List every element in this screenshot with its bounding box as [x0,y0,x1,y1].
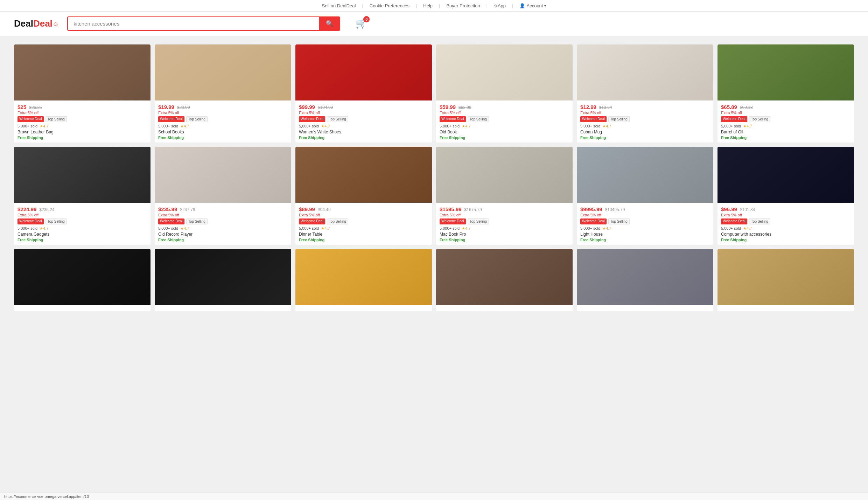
badge-topselling: Top Selling [608,116,630,122]
extra-off: Extra 5% off [580,111,710,115]
badge-row: Welcome Deal Top Selling [580,116,710,122]
search-bar: kitchen accessories 🔍 [67,16,340,31]
product-card[interactable]: $99.99 $104.99 Extra 5% off Welcome Deal… [295,44,432,143]
star-rating: ★4.7 [602,124,611,128]
product-name: Old Book [440,130,569,134]
product-image [14,147,150,203]
product-info: $99.99 $104.99 Extra 5% off Welcome Deal… [295,100,432,143]
price-row: $89.99 $94.49 [299,206,428,212]
cart-button[interactable]: 🛒 0 [356,18,367,29]
help-link[interactable]: Help [423,3,433,8]
product-card[interactable] [295,249,432,311]
product-card[interactable]: $19.99 $20.99 Extra 5% off Welcome Deal … [155,44,291,143]
badge-topselling: Top Selling [327,116,348,122]
top-navigation: Sell on DealDeal | Cookie Preferences | … [0,0,868,12]
app-icon: ⎋ [494,3,497,8]
extra-off: Extra 5% off [299,213,428,217]
product-card[interactable] [436,249,573,311]
price-original: $236.24 [39,207,54,212]
svg-rect-2 [295,44,432,100]
product-card[interactable]: $65.89 $69.18 Extra 5% off Welcome Deal … [718,44,854,143]
price-original: $94.49 [318,207,331,212]
badge-welcome: Welcome Deal [721,116,747,122]
badge-welcome: Welcome Deal [158,218,184,224]
badge-row: Welcome Deal Top Selling [721,218,850,224]
price-original: $1675.79 [464,207,482,212]
product-card[interactable]: $59.99 $62.99 Extra 5% off Welcome Deal … [436,44,573,143]
product-image [718,147,854,203]
product-card[interactable]: $9995.99 $10495.79 Extra 5% off Welcome … [577,147,713,245]
product-card[interactable]: $12.99 $13.64 Extra 5% off Welcome Deal … [577,44,713,143]
logo-text-deal: Deal [14,18,33,29]
badge-topselling: Top Selling [46,116,67,122]
svg-rect-12 [14,249,150,305]
product-image [14,249,150,305]
product-card[interactable]: $235.99 $247.79 Extra 5% off Welcome Dea… [155,147,291,245]
product-card[interactable]: $1595.99 $1675.79 Extra 5% off Welcome D… [436,147,573,245]
badge-topselling: Top Selling [468,218,489,224]
chevron-down-icon: ▾ [544,4,546,8]
search-button[interactable]: 🔍 [319,16,340,31]
badge-topselling: Top Selling [749,218,770,224]
divider3: | [439,3,440,8]
free-shipping: Free Shipping [580,136,710,140]
product-card[interactable] [155,249,291,311]
svg-rect-11 [718,147,854,203]
logo-text-deal2: Deal [33,18,52,29]
badge-row: Welcome Deal Top Selling [440,116,569,122]
sell-link[interactable]: Sell on DealDeal [322,3,356,8]
star-rating: ★4.7 [321,226,330,230]
badge-welcome: Welcome Deal [299,218,325,224]
search-icon: 🔍 [326,20,333,27]
product-card[interactable]: $25 $26.25 Extra 5% off Welcome Deal Top… [14,44,150,143]
star-rating: ★4.7 [743,124,752,128]
sold-rating: 5,000+ sold ★4.7 [18,226,147,231]
buyer-protection-link[interactable]: Buyer Protection [446,3,480,8]
price-row: $19.99 $20.99 [158,104,288,110]
account-menu[interactable]: 👤 Account ▾ [519,3,546,8]
product-card[interactable]: $89.99 $94.49 Extra 5% off Welcome Deal … [295,147,432,245]
badge-welcome: Welcome Deal [580,218,607,224]
extra-off: Extra 5% off [158,111,288,115]
product-info: $12.99 $13.64 Extra 5% off Welcome Deal … [577,100,713,143]
price-original: $247.79 [180,207,195,212]
product-image [718,44,854,100]
product-card[interactable]: $224.99 $236.24 Extra 5% off Welcome Dea… [14,147,150,245]
free-shipping: Free Shipping [580,238,710,242]
logo[interactable]: DealDeal☺ [14,18,59,29]
extra-off: Extra 5% off [440,111,569,115]
badge-row: Welcome Deal Top Selling [158,218,288,224]
app-link[interactable]: ⎋ App [494,3,506,8]
free-shipping: Free Shipping [440,238,569,242]
sold-rating: 5,000+ sold ★4.7 [721,226,850,231]
sold-rating: 5,000+ sold ★4.7 [299,124,428,129]
product-card[interactable] [14,249,150,311]
extra-off: Extra 5% off [158,213,288,217]
badge-row: Welcome Deal Top Selling [299,218,428,224]
product-info: $96.99 $101.84 Extra 5% off Welcome Deal… [718,203,854,245]
badge-welcome: Welcome Deal [580,116,607,122]
price-current: $96.99 [721,206,737,212]
sold-rating: 5,000+ sold ★4.7 [580,124,710,129]
badge-welcome: Welcome Deal [158,116,184,122]
product-card[interactable] [577,249,713,311]
product-info [718,305,854,311]
sold-rating: 5,000+ sold ★4.7 [158,124,288,129]
svg-rect-14 [295,249,432,305]
star-rating: ★4.7 [321,124,330,128]
price-row: $25 $26.25 [18,104,147,110]
price-current: $99.99 [299,104,315,110]
search-input[interactable]: kitchen accessories [67,16,319,31]
product-name: Camera Gadgets [18,232,147,237]
price-row: $9995.99 $10495.79 [580,206,710,212]
product-info: $9995.99 $10495.79 Extra 5% off Welcome … [577,203,713,245]
free-shipping: Free Shipping [299,238,428,242]
product-card[interactable] [718,249,854,311]
product-card[interactable]: $96.99 $101.84 Extra 5% off Welcome Deal… [718,147,854,245]
extra-off: Extra 5% off [721,213,850,217]
cookie-link[interactable]: Cookie Preferences [370,3,410,8]
divider4: | [486,3,488,8]
svg-rect-16 [577,249,713,305]
price-row: $235.99 $247.79 [158,206,288,212]
svg-rect-8 [295,147,432,203]
